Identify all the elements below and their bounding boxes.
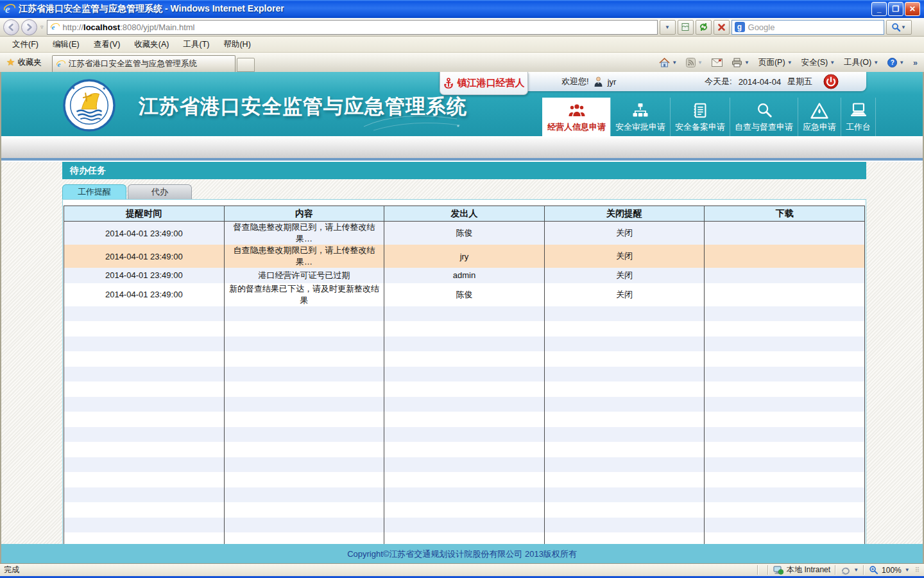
url-text: http://localhost:8080/yjpt/Main.html: [63, 22, 195, 32]
cell-content: [224, 367, 384, 382]
anchor-icon: [443, 78, 454, 89]
home-button[interactable]: ▼: [655, 56, 681, 69]
nav-item-1[interactable]: 经营人信息申请: [542, 98, 610, 136]
tools-menu-button[interactable]: 工具(O)▼: [840, 55, 882, 70]
protected-mode-button[interactable]: ▼: [841, 566, 859, 575]
menu-item[interactable]: 帮助(H): [216, 37, 257, 52]
favorites-button[interactable]: ★ 收藏夹: [3, 53, 48, 72]
close-button[interactable]: ✕: [905, 2, 920, 16]
main-nav: 经营人信息申请安全审批申请安全备案申请自查与督查申请应急申请工作台: [542, 98, 876, 136]
cell-download: [705, 222, 865, 245]
search-button[interactable]: ▼: [886, 20, 912, 35]
cell-download: [705, 351, 865, 367]
safety-menu-button[interactable]: 安全(S)▼: [798, 55, 839, 70]
forward-button[interactable]: [21, 19, 37, 35]
print-button[interactable]: ▼: [728, 56, 753, 69]
back-button[interactable]: [3, 19, 19, 35]
table-row[interactable]: 2014-04-01 23:49:00新的督查结果已下达，请及时更新整改结果陈俊…: [64, 283, 865, 306]
cell-close: [544, 502, 705, 518]
nav-item-4[interactable]: 自查与督查申请: [730, 98, 798, 136]
cell-content: 督查隐患整改期限已到，请上传整改结果…: [224, 222, 384, 245]
nav-label: 工作台: [846, 121, 871, 133]
overflow-chevron[interactable]: »: [909, 57, 921, 69]
user-info-strip: 镇江港口经营人 欢迎您! jyr 今天是: 2014-04-04 星期五: [440, 72, 866, 91]
table-row: [64, 457, 865, 473]
cell-content: [224, 427, 384, 442]
menu-item[interactable]: 编辑(E): [46, 37, 87, 52]
svg-text:?: ?: [891, 59, 894, 66]
protected-mode-icon: [841, 566, 850, 575]
cell-sender: [384, 442, 545, 457]
zoom-control[interactable]: 100% ▼: [869, 565, 910, 575]
table-row[interactable]: 2014-04-01 23:49:00港口经营许可证号已过期admin关闭: [64, 268, 865, 283]
close-reminder-link[interactable]: 关闭: [616, 290, 633, 299]
nav-item-3[interactable]: 安全备案申请: [670, 98, 730, 136]
cell-sender: [384, 518, 545, 533]
search-placeholder: Google: [748, 22, 775, 32]
column-header: 内容: [224, 206, 384, 222]
table-row: [64, 518, 865, 533]
column-header: 提醒时间: [64, 206, 225, 222]
cell-content: [224, 472, 384, 487]
history-dropdown[interactable]: ▿: [39, 24, 45, 30]
table-row[interactable]: 2014-04-01 23:49:00督查隐患整改期限已到，请上传整改结果…陈俊…: [64, 222, 865, 245]
cell-content: [224, 306, 384, 322]
cell-content: 自查隐患整改期限已到，请上传整改结果…: [224, 245, 384, 268]
close-reminder-link[interactable]: 关闭: [616, 251, 633, 261]
tab-work-reminder[interactable]: 工作提醒: [62, 184, 126, 199]
cell-close: [544, 351, 705, 367]
menu-item[interactable]: 收藏夹(A): [127, 37, 176, 52]
menu-bar: 文件(F)编辑(E)查看(V)收藏夹(A)工具(T)帮助(H): [0, 37, 924, 53]
cell-download: [705, 367, 865, 382]
column-header: 发出人: [384, 206, 545, 222]
title-bar: e 江苏省港口安全监管与应急管理系统 - Windows Internet Ex…: [0, 0, 924, 18]
cell-time: 2014-04-01 23:49:00: [64, 268, 225, 283]
nav-item-5[interactable]: 应急申请: [798, 98, 841, 136]
cell-sender: [384, 306, 545, 322]
nav-item-2[interactable]: 安全审批申请: [610, 98, 670, 136]
browser-tab[interactable]: e 江苏省港口安全监管与应急管理系统: [52, 55, 235, 72]
cell-content: [224, 412, 384, 427]
cell-sender: [384, 502, 545, 518]
cell-time: [64, 427, 225, 442]
cell-time: [64, 518, 225, 533]
cell-download: [705, 412, 865, 427]
cell-content: [224, 502, 384, 518]
nav-item-6[interactable]: 工作台: [841, 98, 876, 136]
cell-download: [705, 337, 865, 352]
table-row[interactable]: 2014-04-01 23:49:00自查隐患整改期限已到，请上传整改结果…jr…: [64, 245, 865, 268]
rss-icon: [686, 58, 696, 67]
cell-time: [64, 351, 225, 367]
url-dropdown-button[interactable]: ▼: [660, 20, 676, 35]
cell-sender: [384, 367, 545, 382]
close-reminder-link[interactable]: 关闭: [616, 228, 633, 238]
search-dropdown[interactable]: ▼: [901, 24, 906, 30]
url-field[interactable]: e http://localhost:8080/yjpt/Main.html: [47, 20, 658, 35]
refresh-button[interactable]: [696, 20, 712, 35]
tab-delegate[interactable]: 代办: [128, 184, 192, 199]
cell-close: [544, 487, 705, 503]
menu-item[interactable]: 文件(F): [5, 37, 46, 52]
cell-sender: [384, 427, 545, 442]
mail-button[interactable]: [708, 57, 726, 69]
minimize-button[interactable]: _: [871, 2, 887, 16]
cell-time: [64, 397, 225, 412]
feeds-button[interactable]: ▼: [682, 56, 706, 69]
logout-power-button[interactable]: [823, 74, 839, 89]
cell-close: [544, 367, 705, 382]
compatibility-view-button[interactable]: [678, 20, 694, 35]
close-reminder-link[interactable]: 关闭: [616, 270, 633, 280]
help-button[interactable]: ? ▼: [884, 56, 908, 69]
menu-item[interactable]: 工具(T): [176, 37, 216, 52]
cell-time: [64, 367, 225, 382]
menu-item[interactable]: 查看(V): [87, 37, 128, 52]
back-arrow-icon: [7, 23, 15, 31]
stop-button[interactable]: [714, 20, 730, 35]
restore-button[interactable]: ❐: [888, 2, 903, 16]
cell-download: [705, 502, 865, 518]
cell-close: [544, 397, 705, 412]
new-tab-stub[interactable]: [237, 58, 255, 72]
search-input[interactable]: g Google: [732, 20, 884, 35]
page-menu-button[interactable]: 页面(P)▼: [755, 55, 796, 70]
table-row: [64, 397, 865, 412]
